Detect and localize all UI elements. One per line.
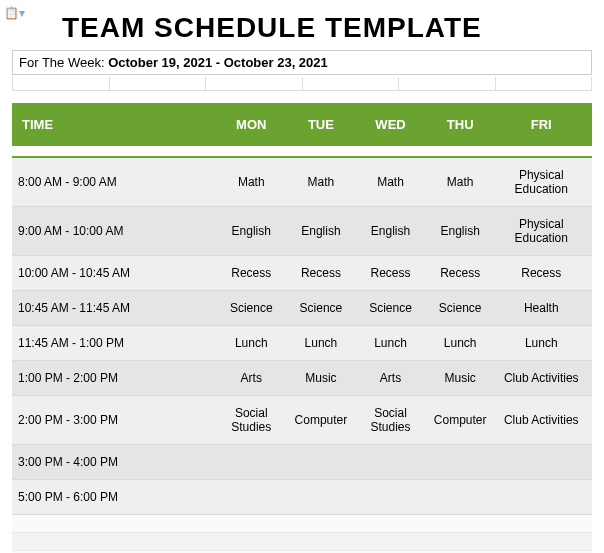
cell-tue: Computer xyxy=(291,396,352,445)
table-row: 2:00 PM - 3:00 PMSocial StudiesComputerS… xyxy=(12,396,592,445)
cell-wed: Lunch xyxy=(351,326,430,361)
table-row: 10:45 AM - 11:45 AMScienceScienceScience… xyxy=(12,291,592,326)
table-row: 3:00 PM - 4:00 PM xyxy=(12,445,592,480)
cell-thu: Computer xyxy=(430,396,491,445)
col-time: TIME xyxy=(12,103,212,146)
cell-tue: Science xyxy=(291,291,352,326)
cell-time: 1:00 PM - 2:00 PM xyxy=(12,361,212,396)
empty-grid-row xyxy=(12,77,592,91)
table-row: 9:00 AM - 10:00 AMEnglishEnglishEnglishE… xyxy=(12,207,592,256)
cell-wed: Science xyxy=(351,291,430,326)
col-mon: MON xyxy=(212,103,291,146)
cell-mon xyxy=(212,480,291,515)
cell-fri: Recess xyxy=(491,256,593,291)
cell-tue: Lunch xyxy=(291,326,352,361)
week-range: October 19, 2021 - October 23, 2021 xyxy=(108,55,328,70)
cell-mon: English xyxy=(212,207,291,256)
cell-time: 10:45 AM - 11:45 AM xyxy=(12,291,212,326)
col-fri: FRI xyxy=(491,103,593,146)
cell-wed: Recess xyxy=(351,256,430,291)
cell-fri: Physical Education xyxy=(491,207,593,256)
cell-wed xyxy=(351,480,430,515)
cell-wed: Social Studies xyxy=(351,396,430,445)
cell-fri xyxy=(491,445,593,480)
cell-mon xyxy=(212,445,291,480)
week-range-row: For The Week: October 19, 2021 - October… xyxy=(12,50,592,75)
cell-wed: English xyxy=(351,207,430,256)
cell-fri xyxy=(491,480,593,515)
cell-tue xyxy=(291,445,352,480)
cell-thu: Recess xyxy=(430,256,491,291)
cell-time: 8:00 AM - 9:00 AM xyxy=(12,158,212,207)
paste-dropdown-icon[interactable]: 📋▾ xyxy=(4,6,25,20)
cell-thu: English xyxy=(430,207,491,256)
table-row: 10:00 AM - 10:45 AMRecessRecessRecessRec… xyxy=(12,256,592,291)
cell-time: 9:00 AM - 10:00 AM xyxy=(12,207,212,256)
table-row: 11:45 AM - 1:00 PMLunchLunchLunchLunchLu… xyxy=(12,326,592,361)
cell-mon: Science xyxy=(212,291,291,326)
schedule-table: TIME MON TUE WED THU FRI 8:00 AM - 9:00 … xyxy=(12,103,592,553)
cell-thu xyxy=(430,480,491,515)
cell-time: 11:45 AM - 1:00 PM xyxy=(12,326,212,361)
cell-tue: Math xyxy=(291,158,352,207)
cell-fri: Lunch xyxy=(491,326,593,361)
cell-fri: Physical Education xyxy=(491,158,593,207)
cell-time: 5:00 PM - 6:00 PM xyxy=(12,480,212,515)
cell-mon: Arts xyxy=(212,361,291,396)
cell-tue: English xyxy=(291,207,352,256)
col-thu: THU xyxy=(430,103,491,146)
cell-time: 10:00 AM - 10:45 AM xyxy=(12,256,212,291)
cell-thu: Music xyxy=(430,361,491,396)
cell-fri: Health xyxy=(491,291,593,326)
cell-thu xyxy=(430,445,491,480)
cell-time: 2:00 PM - 3:00 PM xyxy=(12,396,212,445)
cell-thu: Science xyxy=(430,291,491,326)
table-header: TIME MON TUE WED THU FRI xyxy=(12,103,592,146)
cell-tue: Music xyxy=(291,361,352,396)
cell-mon: Lunch xyxy=(212,326,291,361)
cell-wed xyxy=(351,445,430,480)
cell-wed: Arts xyxy=(351,361,430,396)
col-tue: TUE xyxy=(291,103,352,146)
cell-mon: Math xyxy=(212,158,291,207)
cell-fri: Club Activities xyxy=(491,361,593,396)
col-wed: WED xyxy=(351,103,430,146)
cell-time: 3:00 PM - 4:00 PM xyxy=(12,445,212,480)
cell-tue xyxy=(291,480,352,515)
table-row: 1:00 PM - 2:00 PMArtsMusicArtsMusicClub … xyxy=(12,361,592,396)
cell-wed: Math xyxy=(351,158,430,207)
page-title: TEAM SCHEDULE TEMPLATE xyxy=(62,12,592,44)
table-row: 8:00 AM - 9:00 AMMathMathMathMathPhysica… xyxy=(12,158,592,207)
table-row: 5:00 PM - 6:00 PM xyxy=(12,480,592,515)
cell-thu: Lunch xyxy=(430,326,491,361)
cell-fri: Club Activities xyxy=(491,396,593,445)
cell-mon: Recess xyxy=(212,256,291,291)
week-label: For The Week: xyxy=(19,55,105,70)
cell-mon: Social Studies xyxy=(212,396,291,445)
empty-trailing-rows xyxy=(12,515,592,554)
cell-tue: Recess xyxy=(291,256,352,291)
cell-thu: Math xyxy=(430,158,491,207)
